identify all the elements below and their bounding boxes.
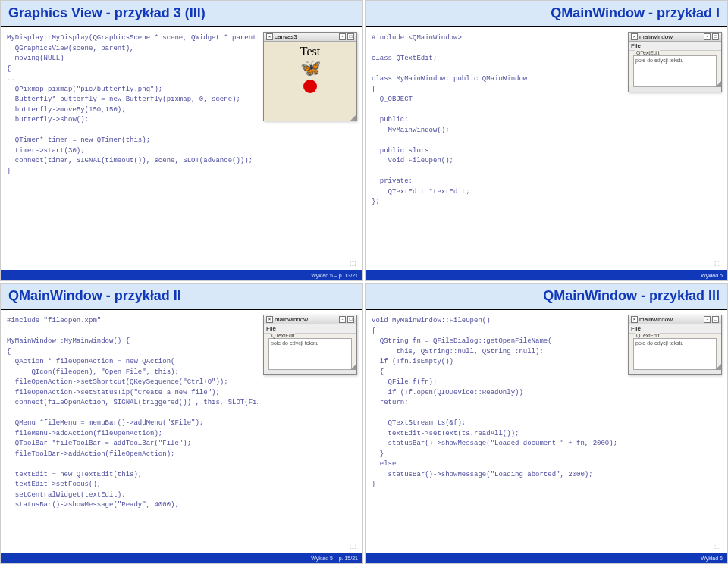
window-titlebar: × canvas3 - □ [264, 33, 356, 42]
minimize-icon[interactable]: - [704, 33, 711, 40]
slide-title: QMainWindow - przykład II [1, 284, 362, 310]
page-number: Wykład 5 – p. 15/21 [311, 556, 358, 561]
window-title: canvas3 [275, 33, 297, 40]
slide-footer: Wykład 5 – p. 13/21 [1, 270, 362, 280]
minimize-icon[interactable]: - [339, 33, 346, 40]
code-block: #include "fileopen.xpm" MyMainWindow::My… [1, 310, 258, 563]
slide-footer: Wykład 5 [366, 270, 727, 280]
window-canvas3: × canvas3 - □ Test 🦋 [263, 32, 357, 121]
code-block: MyDisplay::MyDisplay(QGraphicsScene * sc… [1, 27, 258, 280]
canvas-area: Test 🦋 [264, 42, 356, 121]
close-icon[interactable]: × [266, 33, 273, 40]
code-block: void MyMainWindow::FileOpen() { QString … [366, 310, 623, 563]
slide-graphics-view-3: Graphics View - przykład 3 (III) MyDispl… [0, 0, 363, 281]
window-titlebar: × mainwindow - □ [629, 33, 721, 42]
edit-label: QTextEdit [635, 50, 660, 55]
slide-qmainwindow-1: QMainWindow - przykład I #include <QMain… [365, 0, 728, 281]
resize-handle-icon[interactable] [350, 114, 356, 121]
window-mainwindow: × mainwindow - □ File QTextEdit pole do … [628, 32, 722, 92]
slide-title: QMainWindow - przykład III [366, 284, 727, 310]
page-number: Wykład 5 [701, 556, 723, 561]
text-edit[interactable]: QTextEdit pole do edycji tekstu [268, 338, 352, 370]
page-number: Wykład 5 – p. 13/21 [311, 273, 358, 278]
canvas-text: Test [300, 45, 320, 58]
minimize-icon[interactable]: - [704, 316, 711, 323]
slide-title: Graphics View - przykład 3 (III) [1, 1, 362, 27]
resize-handle-icon[interactable] [715, 81, 721, 87]
maximize-icon[interactable]: □ [347, 33, 354, 40]
logo-icon: ⬚ [350, 259, 356, 267]
slide-qmainwindow-2: QMainWindow - przykład II #include "file… [0, 283, 363, 564]
window-title: mainwindow [639, 316, 673, 323]
resize-handle-icon[interactable] [350, 364, 356, 370]
maximize-icon[interactable]: □ [712, 316, 719, 323]
edit-hint: pole do edycji tekstu [634, 339, 716, 347]
butterfly-icon: 🦋 [300, 58, 321, 78]
close-icon[interactable]: × [631, 316, 638, 323]
edit-label: QTextEdit [271, 333, 295, 338]
slide-footer: Wykład 5 [366, 553, 727, 563]
close-icon[interactable]: × [266, 316, 273, 323]
slide-footer: Wykład 5 – p. 15/21 [1, 553, 362, 563]
logo-icon: ⬚ [350, 542, 356, 550]
close-icon[interactable]: × [631, 33, 638, 40]
edit-label: QTextEdit [635, 333, 660, 338]
slide-qmainwindow-3: QMainWindow - przykład III void MyMainWi… [365, 283, 728, 564]
window-titlebar: × mainwindow - □ [264, 315, 356, 324]
window-title: mainwindow [639, 33, 673, 40]
edit-hint: pole do edycji tekstu [634, 56, 716, 64]
minimize-icon[interactable]: - [339, 316, 346, 323]
window-title: mainwindow [275, 316, 308, 323]
logo-icon: ⬚ [714, 259, 721, 267]
edit-hint: pole do edycji tekstu [269, 339, 351, 347]
text-edit[interactable]: QTextEdit pole do edycji tekstu [633, 55, 717, 87]
text-edit[interactable]: QTextEdit pole do edycji tekstu [633, 338, 717, 370]
window-titlebar: × mainwindow - □ [629, 315, 721, 324]
maximize-icon[interactable]: □ [347, 316, 354, 323]
red-circle-icon [303, 80, 317, 93]
window-mainwindow: × mainwindow - □ File QTextEdit pole do … [263, 315, 357, 375]
resize-handle-icon[interactable] [715, 364, 721, 370]
window-mainwindow: × mainwindow - □ File QTextEdit pole do … [628, 315, 722, 375]
page-number: Wykład 5 [701, 273, 723, 278]
maximize-icon[interactable]: □ [712, 33, 719, 40]
slide-title: QMainWindow - przykład I [366, 1, 727, 27]
code-block: #include <QMainWindow> class QTextEdit; … [366, 27, 623, 280]
logo-icon: ⬚ [714, 542, 721, 550]
